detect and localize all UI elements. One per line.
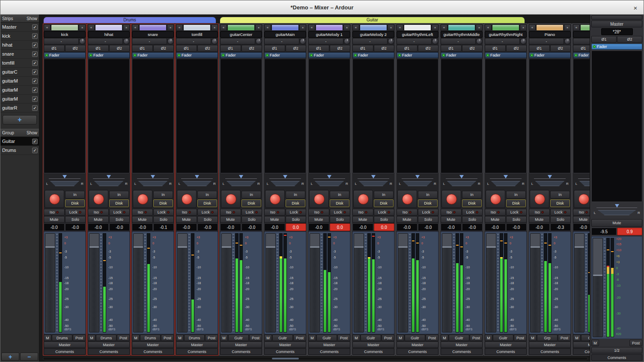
channel-fader[interactable] — [133, 233, 143, 332]
pan-width-track[interactable] — [578, 175, 590, 179]
input-source-button[interactable]: - — [308, 38, 343, 45]
record-arm-button[interactable] — [45, 190, 64, 208]
solo-isolate-button[interactable]: Iso — [220, 209, 241, 216]
strip-scroll-left-icon[interactable]: « — [397, 24, 403, 31]
input-source-button[interactable]: - — [176, 38, 211, 45]
monitor-input-button[interactable]: In — [330, 191, 349, 199]
input-source-button[interactable]: - — [88, 38, 123, 45]
strip-scroll-left-icon[interactable]: « — [264, 24, 271, 31]
monitor-input-button[interactable]: In — [418, 191, 438, 199]
solo-button[interactable]: Solo — [197, 216, 218, 223]
strip-color-bar[interactable] — [95, 24, 122, 31]
fader-processor-entry[interactable]: Fader — [220, 52, 262, 58]
pan-balance-track[interactable] — [579, 181, 590, 186]
pan-balance-track[interactable] — [491, 181, 520, 186]
phase-invert-2-button[interactable]: Ø2 — [197, 45, 218, 52]
processor-active-led[interactable] — [486, 54, 489, 56]
strip-scroll-left-icon[interactable]: « — [352, 24, 359, 31]
master-meter-post-button[interactable]: Post — [629, 340, 642, 346]
comments-button[interactable]: Comments — [529, 348, 571, 355]
phase-invert-1-button[interactable]: Ø1 — [573, 45, 590, 52]
group-tab[interactable]: Drums — [43, 17, 216, 23]
strip-color-bar[interactable] — [536, 24, 564, 31]
monitor-input-button[interactable]: In — [374, 191, 394, 199]
record-arm-button[interactable] — [133, 190, 152, 208]
monitor-disk-button[interactable]: Disk — [330, 199, 349, 207]
strip-scroll-left-icon[interactable]: « — [573, 24, 580, 31]
fader-processor-entry[interactable]: Fader — [441, 52, 483, 58]
solo-isolate-button[interactable]: Iso — [132, 209, 153, 216]
strip-close-icon[interactable]: × — [167, 24, 174, 31]
meter-post-button[interactable]: Post — [426, 335, 438, 341]
monitor-disk-button[interactable]: Disk — [286, 199, 305, 207]
output-button[interactable]: Master — [441, 341, 483, 348]
mute-button[interactable]: Mute — [44, 216, 65, 223]
pan-width-track[interactable] — [269, 175, 301, 179]
mute-button[interactable]: Mute — [132, 216, 153, 223]
peak-display[interactable]: -0.0 — [418, 223, 439, 231]
peak-display[interactable]: -0.0 — [462, 223, 483, 231]
comments-button[interactable]: Comments — [308, 348, 350, 355]
strip-color-bar[interactable] — [51, 24, 78, 31]
output-button[interactable]: Master — [264, 341, 306, 348]
monitor-disk-button[interactable]: Disk — [506, 199, 526, 207]
strip-list-item[interactable]: guitarM✓ — [0, 95, 39, 104]
fader-processor-entry[interactable]: Fader — [573, 52, 590, 58]
master-metering-point-button[interactable]: M — [591, 340, 599, 346]
pan-position-marker[interactable] — [504, 175, 508, 178]
window-close-icon[interactable]: × — [631, 3, 640, 12]
record-arm-button[interactable] — [397, 190, 417, 208]
strip-close-icon[interactable]: × — [255, 24, 262, 31]
pan-position-marker[interactable] — [63, 175, 67, 178]
input-source-button[interactable]: - — [485, 38, 520, 45]
fader-processor-entry[interactable]: Fader — [132, 52, 174, 58]
strip-list-item[interactable]: guitarM✓ — [0, 77, 39, 86]
metering-point-button[interactable]: M — [220, 335, 228, 341]
pan-width-track[interactable] — [137, 175, 169, 179]
pan-width-track[interactable] — [313, 175, 345, 179]
trim-knob[interactable] — [79, 38, 86, 45]
phase-invert-1-button[interactable]: Ø1 — [441, 45, 462, 52]
remove-group-button[interactable]: − — [20, 353, 38, 361]
strip-close-icon[interactable]: × — [520, 24, 527, 31]
pan-width-track[interactable] — [402, 175, 433, 179]
processor-active-led[interactable] — [222, 54, 224, 56]
solo-button[interactable]: Solo — [286, 216, 307, 223]
processor-active-led[interactable] — [398, 54, 401, 56]
master-peak-display[interactable]: 0.9 — [617, 228, 642, 235]
metering-point-button[interactable]: M — [44, 335, 51, 341]
group-button[interactable]: Drums — [140, 335, 161, 341]
mute-button[interactable]: Mute — [397, 216, 417, 223]
pan-position-marker[interactable] — [107, 175, 111, 178]
input-source-button[interactable]: - — [264, 38, 299, 45]
group-visible-checkbox[interactable]: ✓ — [32, 139, 38, 144]
strip-list-item[interactable]: kick✓ — [0, 32, 39, 41]
channel-fader[interactable] — [221, 233, 232, 332]
strip-visible-checkbox[interactable]: ✓ — [32, 51, 38, 57]
monitor-input-button[interactable]: In — [153, 191, 173, 199]
channel-fader[interactable] — [593, 238, 603, 337]
strip-list-item[interactable]: snare✓ — [0, 50, 39, 59]
monitor-disk-button[interactable]: Disk — [65, 199, 85, 207]
phase-invert-1-button[interactable]: Ø1 — [176, 45, 197, 52]
phase-invert-2-button[interactable]: Ø2 — [330, 45, 351, 52]
solo-isolate-button[interactable]: Iso — [44, 209, 65, 216]
channel-fader[interactable] — [45, 233, 55, 332]
phase-invert-2-button[interactable]: Ø2 — [65, 45, 86, 52]
strip-visible-checkbox[interactable]: ✓ — [32, 105, 38, 111]
fader-processor-entry[interactable]: Fader — [485, 52, 527, 58]
solo-button[interactable]: Solo — [109, 216, 130, 223]
processor-box[interactable] — [529, 59, 571, 173]
solo-isolate-button[interactable]: Iso — [308, 209, 329, 216]
pan-position-marker[interactable] — [283, 175, 287, 178]
processor-box[interactable] — [352, 59, 394, 173]
trim-knob[interactable] — [256, 38, 262, 45]
peak-display[interactable]: -0.0 — [506, 223, 527, 231]
strip-scroll-left-icon[interactable]: « — [441, 24, 447, 31]
monitor-disk-button[interactable]: Disk — [374, 199, 394, 207]
input-source-button[interactable]: - — [132, 38, 167, 45]
strip-name-button[interactable]: guitarMelody 1 — [308, 31, 350, 38]
strip-name-button[interactable]: snare — [132, 31, 174, 38]
gain-display[interactable]: -0.0 — [485, 223, 506, 231]
record-arm-button[interactable] — [89, 190, 108, 208]
